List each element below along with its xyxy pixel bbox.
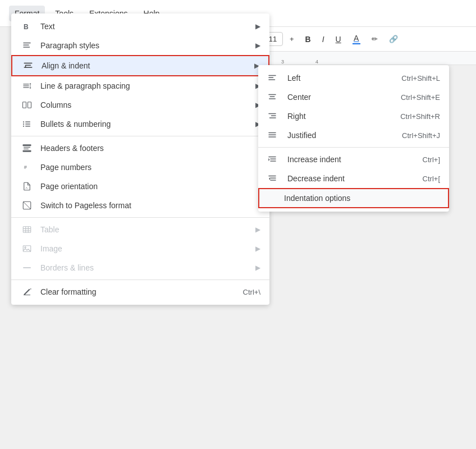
image-icon [20,244,34,254]
divider-1 [11,136,269,136]
submenu-item-justified[interactable]: Justified Ctrl+Shift+J [258,126,449,145]
svg-rect-48 [268,136,276,138]
svg-point-20 [23,126,24,127]
headers-icon [20,143,34,153]
svg-rect-54 [270,178,276,179]
image-arrow: ▶ [255,245,260,253]
paragraph-icon [20,40,34,51]
svg-rect-5 [25,65,31,66]
submenu-item-indentation-options[interactable]: Indentation options [258,188,449,208]
svg-rect-24 [24,147,30,148]
ruler-ticks: 2 3 4 [258,52,476,65]
align-center-icon [267,92,283,102]
menu-item-line-spacing[interactable]: Line & paragraph spacing ▶ [11,76,269,95]
svg-rect-42 [269,98,276,99]
page-numbers-icon: # [20,162,34,172]
table-icon [20,224,34,235]
menu-item-text[interactable]: B Text ▶ [11,17,269,36]
submenu-item-decrease-indent[interactable]: Decrease indent Ctrl+[ [258,169,449,188]
divider-3 [11,280,269,280]
columns-icon [20,100,34,110]
divider-2 [11,217,269,218]
svg-rect-38 [268,77,273,79]
svg-rect-14 [23,102,26,108]
font-color-label: A [354,34,359,43]
svg-rect-50 [270,159,276,160]
align-right-icon [267,111,283,121]
menu-item-bullets[interactable]: Bullets & numbering ▶ [11,114,269,134]
menu-item-align-indent[interactable]: Align & indent ▶ [11,55,269,76]
svg-rect-4 [24,63,33,64]
svg-point-34 [25,247,26,248]
bullets-icon [20,119,34,129]
italic-button[interactable]: I [318,33,329,46]
svg-rect-55 [270,180,276,181]
font-size-plus-button[interactable]: + [285,33,299,45]
underline-button[interactable]: U [331,33,346,46]
svg-marker-11 [30,83,31,84]
font-color-button[interactable]: A [348,31,365,47]
menu-item-table[interactable]: Table ▶ [11,220,269,239]
svg-rect-7 [25,65,26,68]
svg-rect-49 [268,157,276,158]
svg-rect-13 [30,84,31,88]
submenu-item-increase-indent[interactable]: Increase indent Ctrl+] [258,150,449,169]
svg-rect-46 [268,132,276,134]
svg-rect-17 [25,122,30,123]
svg-rect-8 [23,84,29,84]
pencil-button[interactable]: ✏ [367,33,382,45]
svg-rect-40 [268,94,276,95]
font-color-underline [353,43,360,44]
table-arrow: ▶ [255,226,260,233]
bold-button[interactable]: B [301,33,315,46]
svg-rect-22 [23,144,31,146]
submenu-item-center[interactable]: Center Ctrl+Shift+E [258,88,449,107]
align-left-icon [267,73,283,83]
format-menu: B Text ▶ Paragraph styles ▶ Align & inde… [11,13,269,305]
clear-icon [20,287,34,297]
align-justify-icon [267,130,283,140]
menu-item-page-orientation[interactable]: Page orientation [11,177,269,196]
svg-rect-9 [23,85,29,86]
borders-arrow: ▶ [255,264,260,272]
menu-item-clear-formatting[interactable]: Clear formatting Ctrl+\ [11,282,269,301]
toolbar: 11 + B I U A ✏ 🔗 [258,27,476,52]
svg-marker-12 [30,88,31,89]
svg-point-18 [23,123,24,125]
svg-rect-41 [270,97,275,98]
svg-rect-3 [23,47,30,48]
paragraph-styles-arrow: ▶ [255,42,260,49]
bold-icon: B [20,21,34,31]
ruler: 2 3 4 [258,52,476,65]
svg-marker-52 [268,158,269,161]
submenu-item-left[interactable]: Left Ctrl+Shift+L [258,68,449,88]
submenu-item-right[interactable]: Right Ctrl+Shift+R [258,107,449,126]
svg-rect-47 [268,135,276,136]
menu-item-paragraph-styles[interactable]: Paragraph styles ▶ [11,36,269,55]
svg-point-16 [23,121,24,122]
svg-rect-19 [25,123,30,125]
svg-rect-45 [269,117,276,118]
svg-text:#: # [24,164,27,170]
svg-rect-28 [23,227,31,233]
svg-rect-39 [268,79,275,80]
svg-rect-1 [23,43,31,44]
svg-rect-43 [268,113,276,114]
indent-increase-icon [267,154,283,164]
link-button[interactable]: 🔗 [385,33,402,45]
svg-rect-53 [268,176,276,177]
menu-item-borders[interactable]: Borders & lines ▶ [11,258,269,277]
svg-rect-21 [25,126,30,127]
menu-item-page-numbers[interactable]: # Page numbers [11,158,269,177]
menu-item-image[interactable]: Image ▶ [11,239,269,258]
svg-rect-37 [268,75,276,76]
menu-item-pageless[interactable]: Switch to Pageless format [11,196,269,215]
indent-decrease-icon [267,173,283,184]
svg-rect-10 [23,87,29,88]
ruler-mark-4: 4 [315,59,318,65]
submenu-divider-1 [258,147,449,148]
text-arrow: ▶ [255,22,260,30]
menu-item-columns[interactable]: Columns ▶ [11,95,269,114]
menu-item-headers-footers[interactable]: Headers & footers [11,139,269,158]
svg-rect-15 [28,102,31,108]
